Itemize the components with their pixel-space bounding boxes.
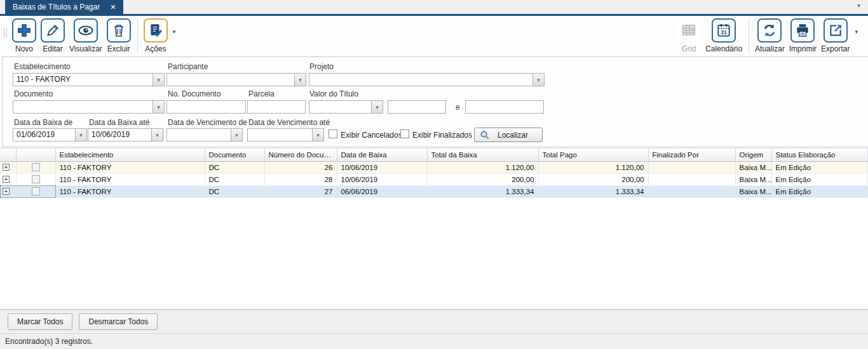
cell-estabelecimento: 110 - FAKTORY — [55, 173, 205, 185]
imprimir-button[interactable]: Imprimir — [789, 18, 817, 53]
col-finalizado-por[interactable]: Finalizado Por — [648, 148, 735, 161]
cell-total-pago: 1.333,34 — [538, 185, 648, 197]
expand-icon[interactable]: + — [3, 164, 10, 171]
visualizar-button[interactable]: Visualizar — [69, 18, 102, 53]
row-checkbox[interactable] — [32, 175, 40, 183]
row-checkbox[interactable] — [32, 187, 40, 195]
participante-combo[interactable]: ▾ — [166, 73, 306, 86]
col-numero-documento[interactable]: Número do Docume... — [264, 148, 337, 161]
editar-button[interactable]: Editar — [41, 18, 65, 53]
refresh-icon — [757, 18, 782, 43]
chevron-down-icon[interactable]: ▾ — [371, 101, 383, 113]
data-venc-ate-value — [248, 129, 312, 141]
col-status-elaboracao[interactable]: Status Elaboração — [771, 148, 868, 161]
cell-origem: Baixa M... — [735, 161, 771, 173]
cell-data-baixa: 10/06/2019 — [337, 161, 427, 173]
chevron-down-icon[interactable]: ▾ — [532, 74, 544, 86]
chevron-down-icon[interactable]: ▾ — [294, 74, 306, 86]
desmarcar-todos-button[interactable]: Desmarcar Todos — [79, 313, 158, 330]
calendar-icon: 31 — [712, 18, 736, 43]
tabbar-dropdown-icon[interactable]: ▾ — [857, 2, 860, 9]
col-total-pago[interactable]: Total Pago — [538, 148, 648, 161]
valor-conj-label: e — [456, 103, 460, 112]
acoes-label: Ações — [145, 44, 166, 53]
data-venc-de-picker[interactable]: ▾ — [166, 128, 243, 142]
tab-close-icon[interactable]: ✕ — [110, 3, 116, 11]
table-row[interactable]: + 110 - FAKTORY DC 26 10/06/2019 1.120,0… — [0, 161, 868, 173]
marcar-todos-button[interactable]: Marcar Todos — [8, 313, 72, 330]
grid-icon — [677, 18, 701, 43]
projeto-combo[interactable]: ▾ — [309, 73, 545, 86]
no-documento-input[interactable] — [166, 100, 246, 114]
data-baixa-ate-picker[interactable]: 10/06/2019 ▾ — [88, 128, 163, 142]
row-checkbox[interactable] — [32, 163, 40, 171]
acoes-dropdown-icon[interactable]: ▾ — [173, 29, 176, 35]
excluir-button[interactable]: Excluir — [107, 18, 131, 53]
expand-icon[interactable]: + — [3, 176, 10, 183]
toolbar-grip[interactable] — [4, 29, 7, 37]
cell-total-baixa: 200,00 — [427, 173, 538, 185]
cell-origem: Baixa M... — [735, 185, 771, 197]
valor-titulo-combo[interactable]: ▾ — [309, 100, 383, 114]
data-baixa-de-value: 01/06/2019 — [13, 129, 75, 141]
chevron-down-icon[interactable]: ▾ — [231, 129, 242, 141]
chevron-down-icon[interactable]: ▾ — [153, 101, 164, 113]
exibir-finalizados-checkbox[interactable] — [400, 129, 409, 138]
valor-ate-input[interactable] — [465, 100, 544, 114]
atualizar-button[interactable]: Atualizar — [755, 18, 785, 53]
pencil-icon — [41, 18, 65, 43]
table-row-selected[interactable]: + 110 - FAKTORY DC 27 06/06/2019 1.333,3… — [0, 185, 868, 197]
col-check — [16, 148, 55, 161]
cell-documento: DC — [205, 161, 264, 173]
cell-documento: DC — [205, 185, 264, 197]
chevron-down-icon[interactable]: ▾ — [153, 74, 164, 86]
col-documento[interactable]: Documento — [205, 148, 264, 161]
status-bar: Encontrado(s) 3 registros. — [0, 333, 868, 349]
col-estabelecimento[interactable]: Estabelecimento — [55, 148, 205, 161]
expand-icon[interactable]: + — [3, 188, 10, 195]
estabelecimento-label: Estabelecimento — [14, 62, 71, 71]
cell-finalizado-por — [648, 185, 735, 197]
acoes-button[interactable]: Ações — [144, 18, 168, 53]
exportar-button[interactable]: Exportar — [821, 18, 850, 53]
valor-de-input[interactable] — [388, 100, 446, 114]
tab-title: Baixas de Títulos a Pagar — [13, 3, 100, 11]
parcela-input[interactable] — [247, 100, 306, 114]
data-venc-ate-picker[interactable]: ▾ — [247, 128, 324, 142]
cell-numero: 27 — [264, 185, 337, 197]
trash-icon — [107, 18, 131, 43]
exibir-cancelados-label: Exibir Cancelados — [341, 131, 402, 140]
table-row[interactable]: + 110 - FAKTORY DC 28 10/06/2019 200,00 … — [0, 173, 868, 185]
footer-bar: Marcar Todos Desmarcar Todos — [0, 309, 868, 333]
chevron-down-icon[interactable]: ▾ — [75, 129, 86, 141]
chevron-down-icon[interactable]: ▾ — [151, 129, 163, 141]
projeto-label: Projeto — [309, 62, 334, 71]
novo-button[interactable]: Novo — [12, 18, 36, 53]
localizar-button[interactable]: Localizar — [474, 128, 543, 142]
estabelecimento-combo[interactable]: 110 - FAKTORY ▾ — [13, 73, 165, 86]
cell-estabelecimento: 110 - FAKTORY — [55, 161, 205, 173]
imprimir-label: Imprimir — [789, 44, 817, 53]
novo-label: Novo — [15, 44, 33, 53]
cell-estabelecimento: 110 - FAKTORY — [55, 185, 205, 197]
cell-numero: 26 — [264, 161, 337, 173]
cell-documento: DC — [205, 173, 264, 185]
exportar-dropdown-icon[interactable]: ▾ — [855, 29, 858, 35]
tab-baixas-titulos[interactable]: Baixas de Títulos a Pagar ✕ — [5, 0, 123, 14]
data-venc-de-label: Data de Vencimento de — [168, 118, 247, 127]
col-total-baixa[interactable]: Total da Baixa — [427, 148, 538, 161]
documento-combo[interactable]: ▾ — [13, 100, 165, 114]
cell-data-baixa: 10/06/2019 — [337, 173, 427, 185]
col-expand — [0, 148, 16, 161]
col-data-baixa[interactable]: Data de Baixa — [337, 148, 427, 161]
col-origem[interactable]: Origem — [735, 148, 771, 161]
printer-icon — [790, 18, 815, 43]
data-baixa-ate-value: 10/06/2019 — [88, 129, 151, 141]
editar-label: Editar — [43, 44, 62, 53]
data-venc-ate-label: Data de Vencimento até — [248, 118, 330, 127]
grid-header-row: Estabelecimento Documento Número do Docu… — [0, 148, 868, 161]
data-baixa-de-picker[interactable]: 01/06/2019 ▾ — [13, 128, 87, 142]
chevron-down-icon[interactable]: ▾ — [312, 129, 323, 141]
calendario-button[interactable]: 31 Calendário — [705, 18, 742, 53]
exibir-cancelados-checkbox[interactable] — [329, 129, 337, 138]
